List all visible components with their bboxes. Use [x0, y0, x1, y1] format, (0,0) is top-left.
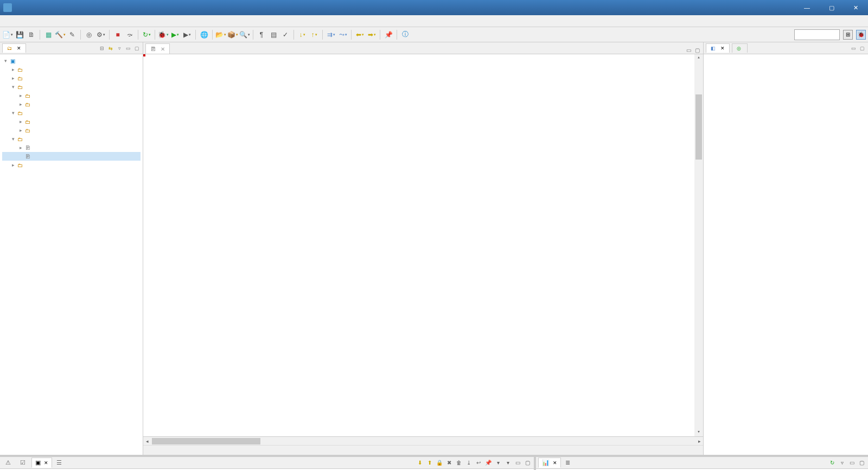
ba-refresh-icon[interactable]: ↻ — [828, 459, 837, 467]
new-icon[interactable]: 📄 — [2, 29, 13, 40]
build-icon[interactable]: 🔨 — [55, 29, 66, 40]
menu-project[interactable] — [54, 20, 63, 22]
app-icon — [3, 3, 12, 12]
menu-refactor[interactable] — [28, 20, 37, 22]
block-icon[interactable]: ▤ — [268, 29, 279, 40]
perspective-debug[interactable]: 🐞 — [856, 30, 866, 40]
menu-edit[interactable] — [11, 20, 20, 22]
tasks-icon: ☑ — [20, 459, 25, 466]
project-explorer-tab[interactable]: 🗂 ✕ — [2, 43, 26, 53]
build-analyzer-icon: 📊 — [542, 459, 550, 466]
collapse-all-icon[interactable]: ⊟ — [98, 45, 106, 52]
tab-static-stack[interactable]: ≣ — [562, 458, 575, 467]
debug-icon[interactable]: 🐞 — [158, 29, 169, 40]
ba-menu-icon[interactable]: ▿ — [838, 459, 846, 467]
next-annot-icon[interactable]: ↓ — [297, 29, 308, 40]
editor-hscroll[interactable]: ◂▸ — [143, 436, 703, 445]
close-view-icon[interactable]: ✕ — [16, 45, 22, 52]
globe-icon[interactable]: 🌐 — [199, 29, 209, 40]
run-icon[interactable]: ▶ — [170, 29, 181, 40]
refresh-icon[interactable]: ↻ — [141, 29, 152, 40]
console-icon: ▣ — [35, 459, 41, 466]
outline-body — [704, 54, 868, 455]
search-icon[interactable]: 🔍 — [239, 29, 250, 40]
problems-icon: ⚠ — [5, 459, 11, 466]
ba-min-icon[interactable]: ▭ — [847, 459, 856, 467]
console-scroll-icon[interactable]: ⤓ — [464, 459, 473, 467]
bottom-right-tabbar: 📊 ✕ ≣ ↻ ▿ ▭ ▢ — [536, 457, 868, 469]
close-outline-icon[interactable]: ✕ — [719, 45, 726, 52]
maximize-button[interactable]: ▢ — [819, 0, 844, 15]
stop-icon[interactable]: ■ — [112, 29, 123, 40]
package-icon[interactable]: 📦 — [227, 29, 238, 40]
fwd-icon[interactable]: ➡ — [366, 29, 377, 40]
link-editor-icon[interactable]: ⇆ — [107, 45, 114, 52]
outline-max-icon[interactable]: ▢ — [858, 45, 866, 52]
tab-properties[interactable]: ☰ — [53, 458, 67, 467]
editor-vscroll[interactable]: ▴ ▾ — [694, 54, 703, 436]
console-clear-icon[interactable]: ✖ — [445, 459, 454, 467]
minimize-button[interactable]: — — [795, 0, 819, 15]
view-menu-icon[interactable]: ▭ — [124, 45, 132, 52]
pin-icon[interactable]: 📌 — [383, 29, 394, 40]
wand-icon[interactable]: ✎ — [67, 29, 78, 40]
menu-file[interactable] — [2, 20, 11, 22]
console-min-icon[interactable]: ▭ — [513, 459, 522, 467]
skip-icon[interactable]: ⤼ — [124, 29, 135, 40]
tab-build-analyzer[interactable]: 📊 ✕ — [538, 458, 561, 468]
editor-status-bar — [143, 445, 703, 455]
prev-annot-icon[interactable]: ↑ — [309, 29, 320, 40]
console-pin-icon[interactable]: 📌 — [484, 459, 493, 467]
menu-window[interactable] — [72, 20, 80, 22]
build-targets-tab[interactable]: ◎ — [732, 43, 748, 53]
console-max-icon[interactable]: ▢ — [523, 459, 532, 467]
save-all-icon[interactable]: 🗎 — [26, 29, 37, 40]
file-icon: 🖹 — [150, 46, 156, 52]
tab-tasks[interactable]: ☑ — [17, 458, 30, 467]
outline-header: ◧ ✕ ◎ ▭ ▢ — [704, 42, 868, 54]
info-icon[interactable]: ⓘ — [400, 29, 411, 40]
tab-console[interactable]: ▣ ✕ — [31, 458, 52, 468]
control-flow-icon[interactable]: ⇉ — [326, 29, 336, 40]
menu-navigate[interactable] — [37, 20, 46, 22]
target-icon[interactable]: ◎ — [84, 29, 94, 40]
code-editor[interactable]: ▴ ▾ — [143, 54, 703, 436]
save-icon[interactable]: 💾 — [14, 29, 25, 40]
menu-source[interactable] — [20, 20, 28, 22]
console-wrap-icon[interactable]: ↩ — [474, 459, 483, 467]
project-tree[interactable]: ▾▣ ▸🗀 ▸🗀 ▾🗀 ▸🗀 ▸🗀 ▾🗀 ▸🗀 ▸🗀 ▾🗀 ▸🖹 🖹 ▸🗀 — [2, 56, 141, 169]
menu-search[interactable] — [46, 20, 54, 22]
editor-min-icon[interactable]: ▭ — [685, 46, 692, 54]
run-ext-icon[interactable]: ▶ — [182, 29, 193, 40]
perspective-cpp[interactable]: ⊞ — [843, 30, 853, 40]
console-remove-icon[interactable]: 🗑 — [455, 459, 463, 467]
stack-icon: ≣ — [565, 459, 570, 466]
editor-max-icon[interactable]: ▢ — [693, 46, 701, 54]
console-prev-icon[interactable]: ⬆ — [425, 459, 434, 467]
menu-run[interactable] — [63, 20, 72, 22]
outline-toggle-icon[interactable]: ¶ — [256, 29, 267, 40]
gear-icon[interactable]: ⚙ — [95, 29, 106, 40]
mark-icon[interactable]: ✓ — [280, 29, 291, 40]
outline-min-icon[interactable]: ▭ — [850, 45, 857, 52]
ba-max-icon[interactable]: ▢ — [857, 459, 866, 467]
filter-icon[interactable]: ▿ — [116, 45, 123, 52]
console-open-icon[interactable]: ▾ — [503, 459, 512, 467]
menu-help[interactable] — [80, 20, 89, 22]
step-icon[interactable]: ⤳ — [337, 29, 348, 40]
close-button[interactable]: ✕ — [844, 0, 868, 15]
maximize-view-icon[interactable]: ▢ — [133, 45, 141, 52]
console-lock-icon[interactable]: 🔒 — [435, 459, 444, 467]
console-display-icon[interactable]: ▾ — [494, 459, 502, 467]
back-icon[interactable]: ⬅ — [354, 29, 365, 40]
tab-problems[interactable]: ⚠ — [2, 458, 16, 467]
bottom-left-tabbar: ⚠ ☑ ▣ ✕ ☰ ⬇ ⬆ 🔒 ✖ 🗑 ⤓ ↩ 📌 ▾ ▾ ▭ ▢ — [0, 457, 534, 469]
title-bar: — ▢ ✕ — [0, 0, 868, 15]
close-tab-icon[interactable]: ✕ — [161, 46, 165, 52]
open-type-icon[interactable]: 📂 — [215, 29, 226, 40]
console-next-icon[interactable]: ⬇ — [416, 459, 424, 467]
outline-tab[interactable]: ◧ ✕ — [706, 43, 730, 53]
editor-tab[interactable]: 🖹 ✕ — [145, 43, 170, 54]
cube-icon[interactable]: ▦ — [43, 29, 54, 40]
quick-access-input[interactable] — [794, 29, 840, 40]
